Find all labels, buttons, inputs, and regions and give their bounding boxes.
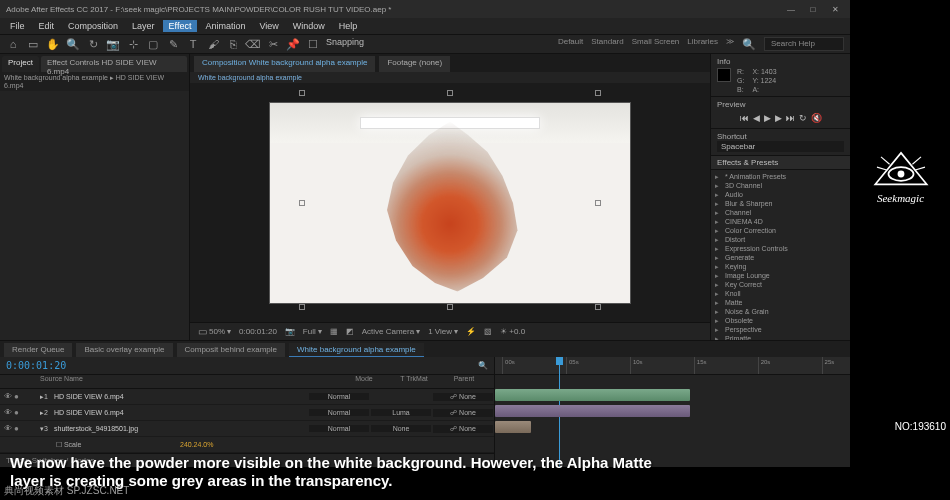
rotate-tool-icon[interactable]: ↻ bbox=[86, 37, 100, 51]
tl-tab-basic[interactable]: Basic overlay example bbox=[76, 343, 172, 357]
eff-item[interactable]: Key Correct bbox=[711, 280, 850, 289]
eff-item[interactable]: Obsolete bbox=[711, 316, 850, 325]
tl-tab-composit[interactable]: Composit behind example bbox=[177, 343, 286, 357]
eff-item[interactable]: Knoll bbox=[711, 289, 850, 298]
eff-item[interactable]: * Animation Presets bbox=[711, 172, 850, 181]
eff-item[interactable]: Audio bbox=[711, 190, 850, 199]
layer-bar[interactable] bbox=[495, 421, 531, 433]
text-tool-icon[interactable]: T bbox=[186, 37, 200, 51]
solo-icon[interactable]: ● bbox=[14, 408, 19, 417]
maximize-button[interactable]: □ bbox=[804, 5, 822, 14]
menu-view[interactable]: View bbox=[253, 20, 284, 32]
shape-tool-icon[interactable]: ▢ bbox=[146, 37, 160, 51]
puppet-tool-icon[interactable]: 📌 bbox=[286, 37, 300, 51]
active-camera-dropdown[interactable]: Active Camera ▾ bbox=[362, 327, 420, 336]
eff-item[interactable]: Image Lounge bbox=[711, 271, 850, 280]
search-layers-icon[interactable]: 🔍 bbox=[478, 361, 488, 370]
eff-item[interactable]: Noise & Grain bbox=[711, 307, 850, 316]
workspace-small[interactable]: Small Screen bbox=[632, 37, 680, 51]
preview-last-frame-icon[interactable]: ⏭ bbox=[786, 113, 795, 123]
preview-play-icon[interactable]: ▶ bbox=[764, 113, 771, 123]
preview-mute-icon[interactable]: 🔇 bbox=[811, 113, 822, 123]
effects-presets-title[interactable]: Effects & Presets bbox=[711, 156, 850, 170]
viewer-timecode[interactable]: 0:00:01:20 bbox=[239, 327, 277, 336]
eff-item[interactable]: Distort bbox=[711, 235, 850, 244]
preview-first-frame-icon[interactable]: ⏮ bbox=[740, 113, 749, 123]
shortcut-value[interactable]: Spacebar bbox=[717, 141, 844, 152]
eff-item[interactable]: 3D Channel bbox=[711, 181, 850, 190]
menu-animation[interactable]: Animation bbox=[199, 20, 251, 32]
solo-icon[interactable]: ● bbox=[14, 392, 19, 401]
mask-icon[interactable]: ◩ bbox=[346, 327, 354, 336]
workspace-libraries[interactable]: Libraries bbox=[687, 37, 718, 51]
eff-item[interactable]: Expression Controls bbox=[711, 244, 850, 253]
eye-icon[interactable]: 👁 bbox=[4, 408, 12, 417]
eff-item[interactable]: CINEMA 4D bbox=[711, 217, 850, 226]
project-panel-body[interactable] bbox=[0, 91, 189, 340]
hand-tool-icon[interactable]: ✋ bbox=[46, 37, 60, 51]
snapping-checkbox[interactable]: ☐ bbox=[306, 37, 320, 51]
preview-prev-frame-icon[interactable]: ◀ bbox=[753, 113, 760, 123]
eye-icon[interactable]: 👁 bbox=[4, 424, 12, 433]
project-tab[interactable]: Project bbox=[2, 56, 39, 72]
transparency-grid-icon[interactable]: ▧ bbox=[484, 327, 492, 336]
layer-row[interactable]: 👁● ▸ 2 HD SIDE VIEW 6.mp4 Normal Luma ☍ … bbox=[0, 405, 494, 421]
solo-icon[interactable]: ● bbox=[14, 424, 19, 433]
menu-composition[interactable]: Composition bbox=[62, 20, 124, 32]
effects-presets-list[interactable]: * Animation Presets 3D Channel Audio Blu… bbox=[711, 170, 850, 340]
anchor-tool-icon[interactable]: ⊹ bbox=[126, 37, 140, 51]
composition-viewer[interactable] bbox=[190, 83, 710, 322]
tl-tab-render-queue[interactable]: Render Queue bbox=[4, 343, 72, 357]
scale-value[interactable]: 240.24.0% bbox=[180, 441, 213, 448]
preview-loop-icon[interactable]: ↻ bbox=[799, 113, 807, 123]
menu-effect[interactable]: Effect bbox=[163, 20, 198, 32]
eff-item[interactable]: Keying bbox=[711, 262, 850, 271]
eff-item[interactable]: Channel bbox=[711, 208, 850, 217]
zoom-tool-icon[interactable]: 🔍 bbox=[66, 37, 80, 51]
time-ruler[interactable]: 00s 05s 10s 15s 20s 25s bbox=[495, 357, 850, 375]
home-icon[interactable]: ⌂ bbox=[6, 37, 20, 51]
zoom-dropdown[interactable]: ▭50% ▾ bbox=[198, 326, 231, 337]
layer-row[interactable]: 👁● ▾ 3 shutterstock_94918501.jpg Normal … bbox=[0, 421, 494, 437]
brush-tool-icon[interactable]: 🖌 bbox=[206, 37, 220, 51]
comp-tab-main[interactable]: Composition White background alpha examp… bbox=[194, 56, 375, 72]
pen-tool-icon[interactable]: ✎ bbox=[166, 37, 180, 51]
timeline-timecode[interactable]: 0:00:01:20 bbox=[6, 360, 66, 371]
close-button[interactable]: ✕ bbox=[826, 5, 844, 14]
snapshot-icon[interactable]: 📷 bbox=[285, 327, 295, 336]
menu-file[interactable]: File bbox=[4, 20, 31, 32]
eff-item[interactable]: Matte bbox=[711, 298, 850, 307]
grid-icon[interactable]: ▦ bbox=[330, 327, 338, 336]
menu-window[interactable]: Window bbox=[287, 20, 331, 32]
layer-bar[interactable] bbox=[495, 389, 690, 401]
camera-tool-icon[interactable]: 📷 bbox=[106, 37, 120, 51]
eff-item[interactable]: Perspective bbox=[711, 325, 850, 334]
effect-controls-tab[interactable]: Effect Controls HD SIDE VIEW 6.mp4 bbox=[41, 56, 187, 72]
exposure-icon[interactable]: ☀ +0.0 bbox=[500, 327, 525, 336]
workspace-default[interactable]: Default bbox=[558, 37, 583, 51]
menu-help[interactable]: Help bbox=[333, 20, 364, 32]
tl-tab-white-bg[interactable]: White background alpha example bbox=[289, 343, 424, 357]
comp-tab-footage[interactable]: Footage (none) bbox=[379, 56, 450, 72]
layer-bar[interactable] bbox=[495, 405, 690, 417]
clone-tool-icon[interactable]: ⎘ bbox=[226, 37, 240, 51]
menu-edit[interactable]: Edit bbox=[33, 20, 61, 32]
layer-row[interactable]: 👁● ▸ 1 HD SIDE VIEW 6.mp4 Normal ☍ None bbox=[0, 389, 494, 405]
roto-tool-icon[interactable]: ✂ bbox=[266, 37, 280, 51]
eff-item[interactable]: Generate bbox=[711, 253, 850, 262]
eff-item[interactable]: Color Correction bbox=[711, 226, 850, 235]
eff-item[interactable]: Blur & Sharpen bbox=[711, 199, 850, 208]
search-help-input[interactable]: Search Help bbox=[764, 37, 844, 51]
eraser-tool-icon[interactable]: ⌫ bbox=[246, 37, 260, 51]
menu-layer[interactable]: Layer bbox=[126, 20, 161, 32]
view-layout-dropdown[interactable]: 1 View ▾ bbox=[428, 327, 458, 336]
eff-item[interactable]: Primatte bbox=[711, 334, 850, 340]
eye-icon[interactable]: 👁 bbox=[4, 392, 12, 401]
resolution-dropdown[interactable]: Full ▾ bbox=[303, 327, 322, 336]
preview-next-frame-icon[interactable]: ▶ bbox=[775, 113, 782, 123]
fast-preview-icon[interactable]: ⚡ bbox=[466, 327, 476, 336]
selection-tool-icon[interactable]: ▭ bbox=[26, 37, 40, 51]
minimize-button[interactable]: — bbox=[782, 5, 800, 14]
col-source-name[interactable]: Source Name bbox=[0, 375, 180, 388]
workspace-standard[interactable]: Standard bbox=[591, 37, 623, 51]
